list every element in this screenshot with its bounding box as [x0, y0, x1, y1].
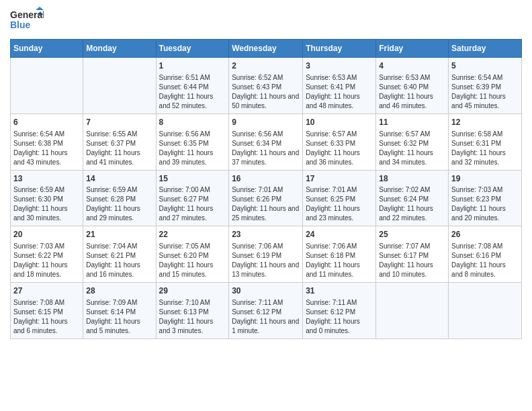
day-info: Daylight: 11 hours and 1 minute. — [232, 317, 300, 336]
day-info: Sunrise: 7:04 AM — [86, 242, 152, 251]
calendar-cell — [449, 283, 522, 339]
day-info: Sunset: 6:39 PM — [451, 83, 519, 92]
day-number: 19 — [451, 173, 519, 185]
day-info: Sunrise: 7:06 AM — [306, 242, 373, 251]
day-info: Daylight: 11 hours and 16 minutes. — [86, 261, 152, 279]
calendar-table: SundayMondayTuesdayWednesdayThursdayFrid… — [10, 39, 522, 339]
day-info: Sunrise: 6:54 AM — [13, 130, 80, 139]
day-number: 3 — [306, 60, 373, 72]
svg-text:General: General — [10, 9, 44, 20]
day-number: 8 — [159, 117, 226, 128]
day-number: 17 — [306, 173, 373, 185]
day-info: Sunset: 6:30 PM — [13, 195, 80, 204]
day-info: Daylight: 11 hours and 25 minutes. — [232, 204, 300, 223]
day-info: Daylight: 11 hours and 18 minutes. — [13, 261, 80, 279]
day-info: Daylight: 11 hours and 39 minutes. — [159, 148, 226, 167]
calendar-cell — [11, 58, 83, 114]
day-info: Sunset: 6:23 PM — [451, 195, 519, 204]
calendar-cell: 21Sunrise: 7:04 AMSunset: 6:21 PMDayligh… — [83, 226, 156, 283]
day-info: Sunset: 6:41 PM — [306, 83, 373, 92]
day-info: Sunrise: 7:01 AM — [306, 185, 373, 195]
calendar-cell: 20Sunrise: 7:03 AMSunset: 6:22 PMDayligh… — [11, 226, 83, 283]
day-info: Sunset: 6:18 PM — [306, 251, 373, 261]
calendar-cell: 6Sunrise: 6:54 AMSunset: 6:38 PMDaylight… — [11, 113, 83, 170]
day-info: Daylight: 11 hours and 29 minutes. — [86, 204, 152, 223]
day-number: 14 — [86, 173, 152, 185]
day-number: 7 — [86, 117, 152, 128]
calendar-cell: 8Sunrise: 6:56 AMSunset: 6:35 PMDaylight… — [156, 113, 229, 170]
day-info: Sunrise: 7:08 AM — [451, 242, 519, 251]
calendar-cell: 25Sunrise: 7:07 AMSunset: 6:17 PMDayligh… — [376, 226, 449, 283]
day-number: 18 — [379, 173, 445, 185]
day-info: Sunrise: 6:56 AM — [232, 130, 300, 139]
week-row-5: 27Sunrise: 7:08 AMSunset: 6:15 PMDayligh… — [11, 283, 522, 339]
header-saturday: Saturday — [449, 40, 522, 58]
day-info: Sunset: 6:34 PM — [232, 139, 300, 148]
day-number: 10 — [306, 117, 373, 128]
calendar-cell — [83, 58, 156, 114]
header-thursday: Thursday — [303, 40, 376, 58]
calendar-cell: 23Sunrise: 7:06 AMSunset: 6:19 PMDayligh… — [229, 226, 303, 283]
day-number: 25 — [379, 229, 445, 240]
week-row-4: 20Sunrise: 7:03 AMSunset: 6:22 PMDayligh… — [11, 226, 522, 283]
day-info: Daylight: 11 hours and 5 minutes. — [86, 317, 152, 336]
day-number: 5 — [451, 60, 519, 72]
calendar-header-row: SundayMondayTuesdayWednesdayThursdayFrid… — [11, 40, 522, 58]
week-row-1: 1Sunrise: 6:51 AMSunset: 6:44 PMDaylight… — [11, 58, 522, 114]
header-sunday: Sunday — [11, 40, 83, 58]
day-number: 26 — [451, 229, 519, 240]
day-info: Sunrise: 7:01 AM — [232, 185, 300, 195]
day-info: Sunrise: 7:07 AM — [379, 242, 445, 251]
day-info: Sunset: 6:20 PM — [159, 251, 226, 261]
day-info: Daylight: 11 hours and 46 minutes. — [379, 92, 445, 111]
day-info: Sunset: 6:17 PM — [379, 251, 445, 261]
day-info: Daylight: 11 hours and 50 minutes. — [232, 92, 300, 111]
calendar-cell: 27Sunrise: 7:08 AMSunset: 6:15 PMDayligh… — [11, 283, 83, 339]
day-info: Sunrise: 6:53 AM — [306, 73, 373, 83]
day-info: Sunrise: 7:05 AM — [159, 242, 226, 251]
day-info: Sunrise: 7:03 AM — [451, 185, 519, 195]
day-number: 13 — [13, 173, 80, 185]
day-info: Sunrise: 6:54 AM — [451, 73, 519, 83]
calendar-cell: 30Sunrise: 7:11 AMSunset: 6:12 PMDayligh… — [229, 283, 303, 339]
day-number: 22 — [159, 229, 226, 240]
day-info: Daylight: 11 hours and 11 minutes. — [306, 261, 373, 279]
calendar-cell: 19Sunrise: 7:03 AMSunset: 6:23 PMDayligh… — [449, 170, 522, 226]
day-info: Daylight: 11 hours and 41 minutes. — [86, 148, 152, 167]
calendar-cell: 29Sunrise: 7:10 AMSunset: 6:13 PMDayligh… — [156, 283, 229, 339]
day-info: Daylight: 11 hours and 15 minutes. — [159, 261, 226, 279]
calendar-cell: 24Sunrise: 7:06 AMSunset: 6:18 PMDayligh… — [303, 226, 376, 283]
day-number: 30 — [232, 285, 300, 297]
svg-text:Blue: Blue — [10, 19, 31, 30]
day-info: Daylight: 11 hours and 34 minutes. — [379, 148, 445, 167]
day-info: Sunrise: 6:59 AM — [13, 185, 80, 195]
day-info: Sunset: 6:43 PM — [232, 83, 300, 92]
calendar-cell: 31Sunrise: 7:11 AMSunset: 6:12 PMDayligh… — [303, 283, 376, 339]
calendar-cell: 28Sunrise: 7:09 AMSunset: 6:14 PMDayligh… — [83, 283, 156, 339]
day-info: Sunrise: 7:02 AM — [379, 185, 445, 195]
calendar-cell: 17Sunrise: 7:01 AMSunset: 6:25 PMDayligh… — [303, 170, 376, 226]
calendar-cell — [376, 283, 449, 339]
day-info: Daylight: 11 hours and 10 minutes. — [379, 261, 445, 279]
day-info: Sunset: 6:12 PM — [306, 308, 373, 317]
day-info: Sunrise: 6:53 AM — [379, 73, 445, 83]
day-number: 21 — [86, 229, 152, 240]
logo: GeneralBlue — [10, 7, 44, 34]
day-info: Sunrise: 6:57 AM — [379, 130, 445, 139]
day-info: Sunrise: 7:11 AM — [306, 298, 373, 308]
calendar-cell: 16Sunrise: 7:01 AMSunset: 6:26 PMDayligh… — [229, 170, 303, 226]
week-row-3: 13Sunrise: 6:59 AMSunset: 6:30 PMDayligh… — [11, 170, 522, 226]
day-info: Daylight: 11 hours and 22 minutes. — [379, 204, 445, 223]
calendar-cell: 26Sunrise: 7:08 AMSunset: 6:16 PMDayligh… — [449, 226, 522, 283]
day-number: 28 — [86, 285, 152, 297]
calendar-cell: 5Sunrise: 6:54 AMSunset: 6:39 PMDaylight… — [449, 58, 522, 114]
day-info: Sunset: 6:25 PM — [306, 195, 373, 204]
calendar-cell: 18Sunrise: 7:02 AMSunset: 6:24 PMDayligh… — [376, 170, 449, 226]
day-number: 15 — [159, 173, 226, 185]
day-info: Sunrise: 7:10 AM — [159, 298, 226, 308]
day-number: 2 — [232, 60, 300, 72]
calendar-cell: 3Sunrise: 6:53 AMSunset: 6:41 PMDaylight… — [303, 58, 376, 114]
day-info: Sunset: 6:31 PM — [451, 139, 519, 148]
day-info: Sunset: 6:33 PM — [306, 139, 373, 148]
day-info: Sunrise: 7:08 AM — [13, 298, 80, 308]
